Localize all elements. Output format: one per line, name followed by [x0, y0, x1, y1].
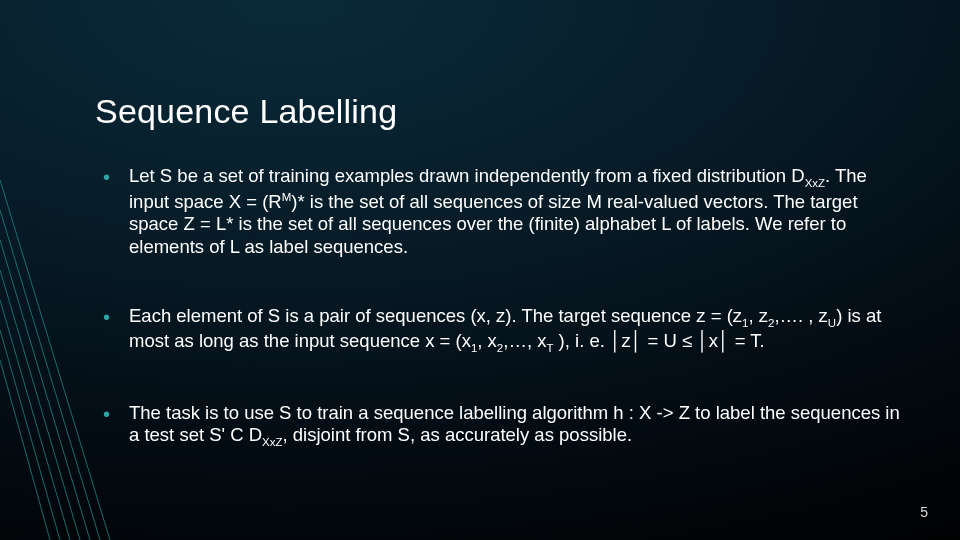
- svg-line-6: [0, 360, 50, 540]
- svg-line-5: [0, 330, 60, 540]
- superscript-text: M: [282, 191, 292, 203]
- svg-line-1: [0, 210, 100, 540]
- bullet-text: Let S be a set of training examples draw…: [129, 165, 805, 186]
- bullet-list: Let S be a set of training examples draw…: [95, 165, 900, 450]
- bullet-item: Let S be a set of training examples draw…: [95, 165, 900, 259]
- subscript-text: XxZ: [262, 436, 282, 448]
- bullet-text: , disjoint from S, as accurately as poss…: [282, 424, 632, 445]
- svg-line-4: [0, 300, 70, 540]
- subscript-text: U: [828, 316, 836, 328]
- bullet-text: ,…, x: [503, 330, 546, 351]
- slide: Sequence Labelling Let S be a set of tra…: [0, 0, 960, 540]
- bullet-item: The task is to use S to train a sequence…: [95, 402, 900, 450]
- bullet-item: Each element of S is a pair of sequences…: [95, 305, 900, 356]
- bullet-text: Each element of S is a pair of sequences…: [129, 305, 742, 326]
- svg-line-0: [0, 180, 110, 540]
- svg-line-2: [0, 240, 90, 540]
- bullet-text: , z: [748, 305, 768, 326]
- bullet-text: ), i. e. │z│ = U ≤ │x│ = T.: [553, 330, 764, 351]
- slide-title: Sequence Labelling: [95, 92, 900, 131]
- page-number: 5: [920, 504, 928, 520]
- slide-content: Sequence Labelling Let S be a set of tra…: [95, 92, 900, 496]
- bullet-text: , x: [477, 330, 497, 351]
- subscript-text: XxZ: [805, 177, 825, 189]
- bullet-text: ,…. , z: [774, 305, 827, 326]
- svg-line-3: [0, 270, 80, 540]
